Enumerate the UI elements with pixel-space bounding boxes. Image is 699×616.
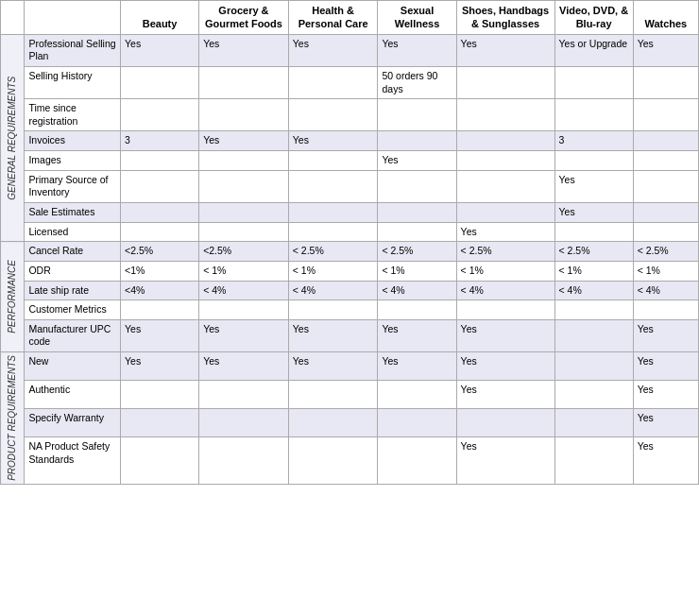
row-label: Licensed bbox=[25, 222, 121, 242]
cell-shoes: Yes bbox=[456, 34, 554, 66]
section-label-general: GENERAL REQUIREMENTS bbox=[1, 34, 25, 242]
cell-grocery: Yes bbox=[199, 34, 289, 66]
cell-beauty bbox=[121, 99, 199, 131]
cell-shoes bbox=[456, 151, 554, 171]
cell-watches: Yes bbox=[633, 34, 698, 66]
cell-shoes bbox=[456, 131, 554, 151]
cell-sexual: Yes bbox=[378, 352, 456, 381]
cell-video bbox=[554, 300, 633, 320]
cell-beauty bbox=[121, 300, 199, 320]
cell-beauty bbox=[121, 66, 199, 98]
cell-sexual: Yes bbox=[378, 151, 456, 171]
cell-health bbox=[288, 66, 378, 98]
cell-shoes: < 4% bbox=[456, 281, 554, 300]
cell-grocery: Yes bbox=[199, 131, 289, 151]
cell-shoes: Yes bbox=[456, 222, 554, 242]
cell-beauty bbox=[121, 170, 199, 202]
row-label: ODR bbox=[25, 261, 121, 281]
header-health: Health & Personal Care bbox=[288, 1, 378, 35]
cell-watches bbox=[633, 203, 698, 223]
table-row: ImagesYes bbox=[1, 151, 699, 171]
cell-health bbox=[288, 300, 378, 320]
cell-grocery bbox=[199, 99, 289, 131]
cell-health: Yes bbox=[288, 319, 378, 351]
cell-beauty: <4% bbox=[121, 281, 199, 300]
cell-shoes bbox=[456, 99, 554, 131]
header-grocery: Grocery & Gourmet Foods bbox=[199, 1, 289, 35]
cell-video bbox=[554, 381, 633, 409]
cell-beauty: Yes bbox=[121, 319, 199, 351]
cell-sexual: Yes bbox=[378, 319, 456, 351]
table-row: Primary Source of InventoryYes bbox=[1, 170, 699, 202]
cell-shoes bbox=[456, 409, 554, 437]
main-table: Beauty Grocery & Gourmet Foods Health & … bbox=[0, 0, 699, 485]
row-label: Invoices bbox=[25, 131, 121, 151]
cell-beauty: 3 bbox=[121, 131, 199, 151]
cell-watches bbox=[633, 99, 698, 131]
cell-watches: Yes bbox=[633, 381, 698, 409]
cell-beauty bbox=[121, 203, 199, 223]
cell-sexual: < 2.5% bbox=[378, 242, 456, 262]
cell-shoes: Yes bbox=[456, 381, 554, 409]
header-sexual: Sexual Wellness bbox=[378, 1, 456, 35]
row-label: Primary Source of Inventory bbox=[25, 170, 121, 202]
cell-sexual bbox=[378, 99, 456, 131]
cell-shoes bbox=[456, 170, 554, 202]
cell-health bbox=[288, 222, 378, 242]
cell-health bbox=[288, 203, 378, 223]
cell-grocery bbox=[199, 222, 289, 242]
cell-beauty bbox=[121, 151, 199, 171]
cell-watches bbox=[633, 170, 698, 202]
cell-watches: < 1% bbox=[633, 261, 698, 281]
cell-sexual bbox=[378, 131, 456, 151]
cell-grocery bbox=[199, 381, 289, 409]
cell-shoes: Yes bbox=[456, 319, 554, 351]
cell-video bbox=[554, 151, 633, 171]
table-row: Manufacturer UPC codeYesYesYesYesYesYes bbox=[1, 319, 699, 351]
row-label: Professional Selling Plan bbox=[25, 34, 121, 66]
cell-health bbox=[288, 381, 378, 409]
cell-health bbox=[288, 170, 378, 202]
header-beauty: Beauty bbox=[121, 1, 199, 35]
cell-sexual bbox=[378, 437, 456, 485]
cell-watches: Yes bbox=[633, 319, 698, 351]
table-row: GENERAL REQUIREMENTSProfessional Selling… bbox=[1, 34, 699, 66]
header-video: Video, DVD, & Blu-ray bbox=[554, 1, 633, 35]
cell-video: Yes bbox=[554, 170, 633, 202]
cell-shoes bbox=[456, 66, 554, 98]
cell-health: < 1% bbox=[288, 261, 378, 281]
section-label-performance: PERFORMANCE bbox=[1, 242, 25, 352]
cell-grocery bbox=[199, 437, 289, 485]
cell-shoes bbox=[456, 203, 554, 223]
row-label: Images bbox=[25, 151, 121, 171]
cell-beauty bbox=[121, 381, 199, 409]
section-label-product: PRODUCT REQUIREMENTS bbox=[1, 352, 25, 485]
cell-health: Yes bbox=[288, 352, 378, 381]
table-row: PRODUCT REQUIREMENTSNewYesYesYesYesYesYe… bbox=[1, 352, 699, 381]
cell-grocery bbox=[199, 300, 289, 320]
row-label: Late ship rate bbox=[25, 281, 121, 300]
cell-video bbox=[554, 319, 633, 351]
cell-health bbox=[288, 409, 378, 437]
cell-beauty: Yes bbox=[121, 352, 199, 381]
header-shoes: Shoes, Handbags & Sunglasses bbox=[456, 1, 554, 35]
cell-shoes: Yes bbox=[456, 437, 554, 485]
cell-sexual bbox=[378, 381, 456, 409]
table-row: Late ship rate<4%< 4%< 4%< 4%< 4%< 4%< 4… bbox=[1, 281, 699, 300]
cell-grocery: Yes bbox=[199, 319, 289, 351]
table-row: Invoices3YesYes3 bbox=[1, 131, 699, 151]
row-label: Selling History bbox=[25, 66, 121, 98]
cell-beauty: <2.5% bbox=[121, 242, 199, 262]
table-row: Specify WarrantyYes bbox=[1, 409, 699, 437]
table-row: ODR<1%< 1%< 1%< 1%< 1%< 1%< 1% bbox=[1, 261, 699, 281]
cell-sexual: < 1% bbox=[378, 261, 456, 281]
row-label: Sale Estimates bbox=[25, 203, 121, 223]
cell-shoes bbox=[456, 300, 554, 320]
cell-beauty: Yes bbox=[121, 34, 199, 66]
cell-beauty bbox=[121, 409, 199, 437]
cell-sexual bbox=[378, 203, 456, 223]
cell-video bbox=[554, 66, 633, 98]
row-label: Authentic bbox=[25, 381, 121, 409]
table-row: Customer Metrics bbox=[1, 300, 699, 320]
cell-watches bbox=[633, 222, 698, 242]
